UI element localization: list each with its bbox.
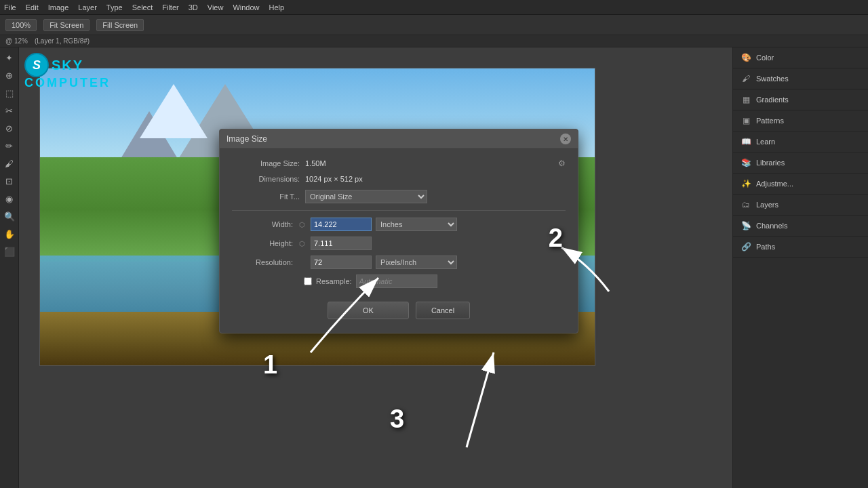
panel-header-channels[interactable]: 📡 Channels: [733, 216, 868, 236]
adjustments-icon: ✨: [740, 178, 752, 190]
dimensions-value: 1024 px × 512 px: [305, 175, 566, 183]
menu-select[interactable]: Select: [132, 3, 153, 12]
fit-select[interactable]: Original Size: [305, 190, 427, 203]
eraser-tool-icon[interactable]: ◉: [2, 191, 17, 206]
panel-header-paths[interactable]: 🔗 Paths: [733, 237, 868, 257]
panel-section-swatches: 🖌 Swatches: [733, 68, 868, 89]
left-toolbar: ✦ ⊕ ⬚ ✂ ⊘ ✏ 🖌 ⊡ ◉ 🔍 ✋ ⬛: [0, 47, 19, 488]
sky-computer-logo: S SKY COMPUTER: [24, 53, 111, 90]
zoom-info: @ 12%: [5, 37, 28, 45]
learn-icon: 📖: [740, 136, 752, 148]
options-bar: 100% Fit Screen Fill Screen: [0, 15, 868, 35]
resample-label: Resample:: [316, 277, 352, 285]
resample-checkbox[interactable]: [304, 277, 312, 285]
menu-filter[interactable]: Filter: [162, 3, 178, 12]
width-label: Width:: [232, 220, 293, 228]
cancel-button[interactable]: Cancel: [416, 302, 470, 319]
panel-header-swatches[interactable]: 🖌 Swatches: [733, 68, 868, 89]
height-input[interactable]: [311, 237, 372, 250]
menu-file[interactable]: File: [4, 3, 16, 12]
menu-image[interactable]: Image: [48, 3, 69, 12]
fit-label: Fit T...: [232, 192, 300, 201]
panel-section-patterns: ▣ Patterns: [733, 110, 868, 131]
dialog-close-button[interactable]: ✕: [560, 134, 571, 144]
layers-label: Layers: [756, 201, 861, 209]
resample-row: Resample:: [232, 274, 566, 288]
gradients-label: Gradients: [756, 96, 861, 104]
panel-header-color[interactable]: 🎨 Color: [733, 47, 868, 68]
color-icon: 🎨: [740, 52, 752, 64]
patterns-label: Patterns: [756, 117, 861, 125]
panel-section-paths: 🔗 Paths: [733, 237, 868, 258]
image-size-value: 1.50M: [305, 159, 553, 167]
lasso-tool-icon[interactable]: ⬚: [2, 85, 17, 100]
right-panel: 🎨 Color 🖌 Swatches ▦ Gradients ▣ Pattern…: [732, 47, 868, 488]
width-input[interactable]: [311, 218, 372, 231]
crop-tool-icon[interactable]: ✂: [2, 103, 17, 118]
panel-header-gradients[interactable]: ▦ Gradients: [733, 89, 868, 110]
selection-tool-icon[interactable]: ⊕: [2, 68, 17, 83]
gradients-icon: ▦: [740, 94, 752, 106]
image-size-dialog: Image Size ✕ Image Size: 1.50M ⚙ Dimensi…: [219, 129, 578, 333]
panel-section-libraries: 📚 Libraries: [733, 152, 868, 174]
hand-tool-icon[interactable]: ✋: [2, 226, 17, 241]
brush-tool-icon[interactable]: 🖌: [2, 156, 17, 171]
panel-section-color: 🎨 Color: [733, 47, 868, 68]
ok-button[interactable]: OK: [328, 302, 409, 319]
menu-window[interactable]: Window: [233, 3, 259, 12]
resolution-unit-select[interactable]: Pixels/Inch Pixels/cm: [376, 256, 457, 269]
spot-tool-icon[interactable]: ⊘: [2, 121, 17, 136]
paths-icon: 🔗: [740, 241, 752, 253]
image-size-row: Image Size: 1.50M ⚙: [232, 159, 566, 168]
menu-type[interactable]: Type: [106, 3, 123, 12]
fill-screen-button[interactable]: Fill Screen: [96, 19, 144, 31]
dialog-title: Image Size: [226, 134, 267, 144]
settings-icon[interactable]: ⚙: [558, 159, 566, 168]
pen-tool-icon[interactable]: ✏: [2, 138, 17, 153]
dimensions-row: Dimensions: 1024 px × 512 px: [232, 175, 566, 183]
zoom-level[interactable]: 100%: [5, 19, 37, 31]
swatches-label: Swatches: [756, 75, 861, 83]
panel-section-channels: 📡 Channels: [733, 216, 868, 237]
dialog-titlebar: Image Size ✕: [220, 129, 578, 149]
libraries-label: Libraries: [756, 159, 861, 167]
channels-icon: 📡: [740, 220, 752, 232]
height-label: Height:: [232, 239, 293, 247]
color-label: Color: [756, 54, 861, 62]
panel-header-learn[interactable]: 📖 Learn: [733, 131, 868, 152]
clone-tool-icon[interactable]: ⊡: [2, 174, 17, 188]
image-size-label: Image Size:: [232, 159, 300, 167]
separator-1: [232, 210, 566, 211]
menu-view[interactable]: View: [208, 3, 224, 12]
swatches-icon: 🖌: [740, 73, 752, 85]
main-layout: ✦ ⊕ ⬚ ✂ ⊘ ✏ 🖌 ⊡ ◉ 🔍 ✋ ⬛ S SKY COMPUTER: [0, 47, 868, 488]
resample-input: [356, 274, 437, 288]
layer-info: (Layer 1, RGB/8#): [35, 37, 90, 45]
canvas-area: S SKY COMPUTER Image S: [19, 47, 732, 488]
foreground-icon[interactable]: ⬛: [2, 244, 17, 259]
menu-edit[interactable]: Edit: [26, 3, 39, 12]
panel-header-adjustments[interactable]: ✨ Adjustme...: [733, 174, 868, 194]
learn-label: Learn: [756, 138, 861, 146]
panel-header-layers[interactable]: 🗂 Layers: [733, 195, 868, 215]
panel-header-libraries[interactable]: 📚 Libraries: [733, 152, 868, 173]
menu-help[interactable]: Help: [269, 3, 285, 12]
width-unit-select[interactable]: Inches Pixels cm mm %: [376, 218, 457, 231]
resolution-input[interactable]: [311, 256, 372, 269]
height-row: Height: ⬡: [232, 237, 566, 250]
panel-header-patterns[interactable]: ▣ Patterns: [733, 110, 868, 131]
logo-icon: S: [24, 53, 49, 77]
menu-layer[interactable]: Layer: [78, 3, 97, 12]
patterns-icon: ▣: [740, 115, 752, 127]
adjustments-label: Adjustme...: [756, 180, 861, 188]
dialog-body: Image Size: 1.50M ⚙ Dimensions: 1024 px …: [220, 149, 578, 333]
move-tool-icon[interactable]: ✦: [2, 50, 17, 65]
sky-text: SKY: [52, 58, 83, 73]
fit-to-row: Fit T... Original Size: [232, 190, 566, 203]
zoom-tool-icon[interactable]: 🔍: [2, 209, 17, 224]
fit-screen-button[interactable]: Fit Screen: [43, 19, 90, 31]
channels-label: Channels: [756, 222, 861, 230]
panel-section-layers: 🗂 Layers: [733, 195, 868, 216]
menu-3d[interactable]: 3D: [189, 3, 198, 12]
info-bar: @ 12% (Layer 1, RGB/8#): [0, 35, 868, 47]
